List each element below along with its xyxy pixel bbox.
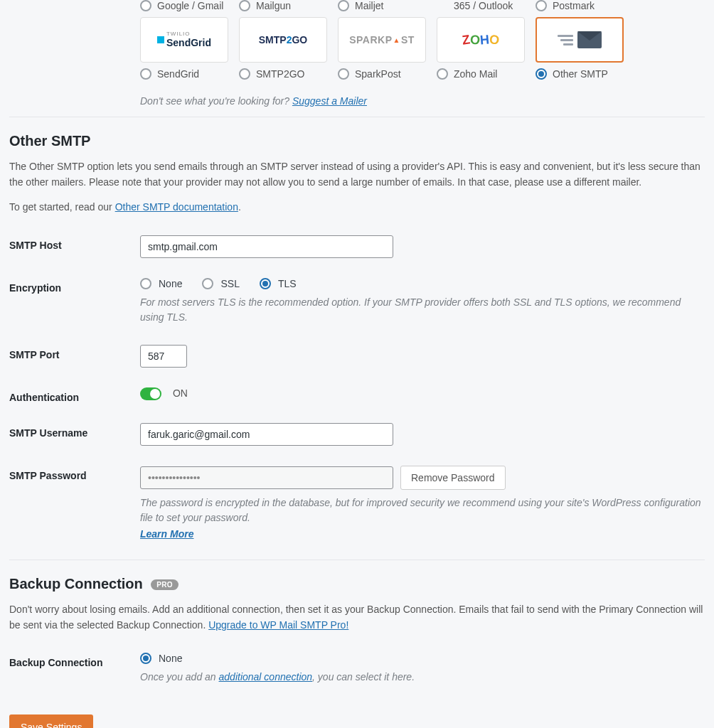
encryption-tls-radio[interactable]: TLS: [260, 278, 297, 289]
radio-icon: [338, 68, 349, 80]
radio-icon: [140, 0, 151, 11]
label-authentication: Authentication: [9, 387, 140, 403]
authentication-state: ON: [173, 387, 188, 399]
mailer-radio-mailjet[interactable]: Mailjet: [338, 0, 426, 11]
section-title-other-smtp: Other SMTP: [9, 133, 705, 149]
label-smtp-host: SMTP Host: [9, 235, 140, 258]
radio-selected-icon: [260, 278, 271, 289]
suggest-mailer-text: Don't see what you're looking for? Sugge…: [140, 95, 705, 107]
smtp-port-input[interactable]: [140, 345, 187, 368]
backup-description: Don't worry about losing emails. Add an …: [9, 602, 705, 633]
pro-badge: PRO: [151, 579, 178, 590]
authentication-toggle[interactable]: [140, 387, 161, 400]
additional-connection-link[interactable]: additional connection: [219, 671, 313, 682]
label-smtp-username: SMTP Username: [9, 423, 140, 446]
mailer-radio-zoho[interactable]: Zoho Mail: [437, 68, 525, 80]
mailer-card-smtp2go[interactable]: SMTP2GO: [239, 17, 327, 63]
radio-icon: [140, 68, 151, 80]
mailer-radio-sendgrid[interactable]: SendGrid: [140, 68, 228, 80]
mailer-radio-other-smtp[interactable]: Other SMTP: [536, 68, 624, 80]
radio-icon: [437, 68, 448, 80]
mailer-card-zoho[interactable]: ZOHO: [437, 17, 525, 63]
section-title-backup: Backup Connection PRO: [9, 576, 705, 592]
smtp2go-logo-icon: SMTP2GO: [259, 34, 307, 46]
radio-icon: [536, 0, 547, 11]
mailer-radio-smtp2go[interactable]: SMTP2GO: [239, 68, 327, 80]
mailer-card-other-smtp[interactable]: [536, 17, 624, 63]
smtp-password-input[interactable]: [140, 466, 393, 489]
radio-icon: [202, 278, 213, 289]
get-started-text: To get started, read our Other SMTP docu…: [9, 200, 705, 215]
label-smtp-port: SMTP Port: [9, 345, 140, 368]
learn-more-link[interactable]: Learn More: [140, 528, 193, 540]
sendgrid-logo-icon: TWILIOSendGrid: [157, 31, 211, 48]
mailer-card-sendgrid[interactable]: TWILIOSendGrid: [140, 17, 228, 63]
radio-selected-icon: [536, 68, 547, 80]
remove-password-button[interactable]: Remove Password: [400, 466, 506, 490]
radio-icon: [140, 278, 151, 289]
label-encryption: Encryption: [9, 278, 140, 325]
sparkpost-logo-icon: SPARKP▲ST: [349, 34, 415, 46]
label-backup-connection: Backup Connection: [9, 653, 140, 685]
smtp-host-input[interactable]: [140, 235, 393, 258]
section-description: The Other SMTP option lets you send emai…: [9, 159, 705, 190]
radio-icon: [239, 0, 250, 11]
password-hint: The password is encrypted in the databas…: [140, 496, 705, 525]
encryption-hint: For most servers TLS is the recommended …: [140, 295, 705, 325]
envelope-icon: [558, 31, 602, 48]
radio-icon: [338, 0, 349, 11]
radio-icon: [239, 68, 250, 80]
zoho-logo-icon: ZOHO: [462, 33, 499, 48]
encryption-none-radio[interactable]: None: [140, 278, 182, 289]
encryption-ssl-radio[interactable]: SSL: [202, 278, 239, 289]
upgrade-link[interactable]: Upgrade to WP Mail SMTP Pro!: [208, 619, 348, 631]
save-settings-button[interactable]: Save Settings: [9, 714, 93, 728]
label-smtp-password: SMTP Password: [9, 466, 140, 540]
mailer-radio-google[interactable]: Google / Gmail: [140, 0, 228, 11]
mailer-radio-postmark[interactable]: Postmark: [536, 0, 624, 11]
mailer-radio-mailgun[interactable]: Mailgun: [239, 0, 327, 11]
backup-hint: Once you add an additional connection, y…: [140, 670, 705, 685]
documentation-link[interactable]: Other SMTP documentation: [115, 201, 238, 213]
divider: [9, 560, 705, 560]
mailer-radio-sparkpost[interactable]: SparkPost: [338, 68, 426, 80]
mailer-radio-outlook[interactable]: 365 / Outlook: [437, 0, 525, 11]
mailer-card-sparkpost[interactable]: SPARKP▲ST: [338, 17, 426, 63]
divider: [9, 117, 705, 117]
backup-none-radio[interactable]: None: [140, 653, 705, 664]
smtp-username-input[interactable]: [140, 423, 393, 446]
suggest-mailer-link[interactable]: Suggest a Mailer: [292, 95, 367, 107]
radio-selected-icon: [140, 653, 151, 664]
